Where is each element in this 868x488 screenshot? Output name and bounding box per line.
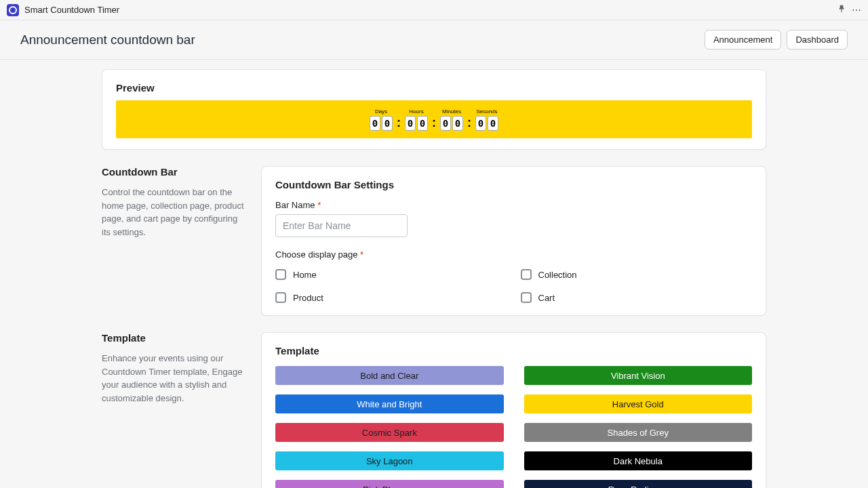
countdown-colon: : (432, 115, 436, 131)
checkbox-collection[interactable] (521, 269, 532, 280)
page-title: Announcement countdown bar (20, 33, 195, 47)
template-option[interactable]: Sky Lagoon (275, 451, 504, 470)
checkbox-home-label: Home (293, 270, 317, 280)
checkbox-collection-label: Collection (538, 270, 577, 280)
bar-name-label: Bar Name * (275, 200, 752, 210)
checkbox-product[interactable] (275, 292, 286, 303)
template-option[interactable]: Harvest Gold (524, 394, 753, 413)
checkbox-product-row: Product (275, 292, 507, 303)
preview-title: Preview (116, 82, 752, 94)
template-side-title: Template (102, 332, 248, 344)
template-option[interactable]: Shades of Grey (524, 423, 753, 442)
more-icon[interactable]: ⋯ (852, 5, 861, 16)
settings-side-desc: Control the countdown bar on the home pa… (102, 186, 248, 239)
template-title: Template (275, 345, 752, 357)
page-header: Announcement countdown bar Announcement … (0, 20, 868, 60)
pin-icon[interactable] (837, 4, 846, 16)
countdown-unit: Minutes00 (440, 108, 463, 131)
countdown-unit-label: Days (375, 108, 387, 115)
preview-bar: Days00:Hours00:Minutes00:Seconds00 (116, 100, 752, 138)
app-icon (7, 4, 19, 16)
countdown-colon: : (467, 115, 471, 131)
countdown: Days00:Hours00:Minutes00:Seconds00 (370, 108, 498, 131)
settings-title: Countdown Bar Settings (275, 179, 752, 190)
dashboard-button[interactable]: Dashboard (787, 30, 848, 49)
app-title: Smart Countdown Timer (24, 5, 119, 15)
countdown-digit: 0 (488, 116, 498, 131)
preview-card: Preview Days00:Hours00:Minutes00:Seconds… (102, 69, 766, 150)
settings-side-title: Countdown Bar (102, 166, 248, 178)
countdown-digit: 0 (382, 116, 393, 131)
template-option[interactable]: Vibrant Vision (524, 366, 753, 385)
template-option[interactable]: White and Bright (275, 394, 504, 413)
countdown-digit: 0 (475, 116, 486, 131)
checkbox-cart[interactable] (521, 292, 532, 303)
countdown-colon: : (397, 115, 401, 131)
template-option[interactable]: Cosmic Spark (275, 423, 504, 442)
template-side-desc: Enhance your events using our Countdown … (102, 352, 248, 405)
display-page-label: Choose display page * (275, 249, 752, 260)
announcement-button[interactable]: Announcement (705, 30, 781, 49)
checkbox-cart-label: Cart (538, 293, 555, 303)
countdown-unit: Hours00 (405, 108, 428, 131)
countdown-unit: Seconds00 (475, 108, 498, 131)
countdown-unit-label: Minutes (442, 108, 461, 115)
template-option[interactable]: Bold and Clear (275, 366, 504, 385)
checkbox-collection-row: Collection (521, 269, 753, 280)
template-option[interactable]: Rosy Radiance (524, 480, 753, 488)
template-grid: Bold and ClearVibrant VisionWhite and Br… (275, 366, 752, 488)
checkbox-product-label: Product (293, 293, 323, 303)
countdown-unit-label: Hours (409, 108, 423, 115)
checkbox-cart-row: Cart (521, 292, 753, 303)
countdown-unit: Days00 (370, 108, 393, 131)
topbar: Smart Countdown Timer ⋯ (0, 0, 868, 20)
template-option[interactable]: Pink Blossom (275, 480, 504, 488)
template-option[interactable]: Dark Nebula (524, 451, 753, 470)
checkbox-home-row: Home (275, 269, 507, 280)
countdown-digit: 0 (452, 116, 463, 131)
countdown-digit: 0 (417, 116, 428, 131)
checkbox-home[interactable] (275, 269, 286, 280)
countdown-digit: 0 (405, 116, 416, 131)
countdown-digit: 0 (370, 116, 380, 131)
countdown-digit: 0 (440, 116, 451, 131)
settings-card: Countdown Bar Settings Bar Name * Choose… (261, 166, 766, 316)
template-card: Template Bold and ClearVibrant VisionWhi… (261, 332, 766, 488)
countdown-unit-label: Seconds (476, 108, 497, 115)
bar-name-input[interactable] (275, 214, 408, 237)
